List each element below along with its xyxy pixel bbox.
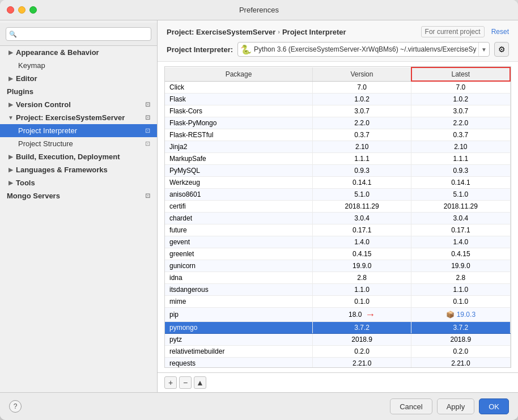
table-row[interactable]: chardet3.0.43.0.4	[165, 213, 510, 224]
sidebar-item-build[interactable]: ▶ Build, Execution, Deployment	[0, 150, 157, 163]
sidebar-item-plugins[interactable]: Plugins	[0, 85, 157, 98]
table-row[interactable]: idna2.82.8	[165, 272, 510, 284]
latest-cell: 2.2.0	[411, 117, 510, 129]
version-cell: 0.9.3	[313, 165, 411, 177]
sidebar-label-mongo: Mongo Servers	[7, 192, 60, 200]
table-row[interactable]: pip18.0→📦19.0.3	[165, 308, 510, 322]
sidebar-item-keymap[interactable]: Keymap	[0, 59, 157, 72]
table-row[interactable]: certifi2018.11.292018.11.29	[165, 201, 510, 213]
breadcrumb-current: Project Interpreter	[282, 28, 346, 36]
package-cell: Flask-PyMongo	[165, 117, 313, 129]
expand-arrow-tools: ▶	[7, 179, 15, 187]
apply-button[interactable]: Apply	[437, 398, 475, 414]
maximize-button[interactable]	[29, 6, 37, 14]
latest-cell: 2.8	[411, 272, 510, 284]
table-row[interactable]: greenlet0.4.150.4.15	[165, 248, 510, 260]
table-row[interactable]: requests2.21.02.21.0	[165, 358, 510, 368]
cancel-button[interactable]: Cancel	[390, 398, 432, 414]
table-row[interactable]: gunicorn19.9.019.9.0	[165, 260, 510, 272]
window-title: Preferences	[239, 6, 279, 14]
version-cell: 0.14.1	[313, 177, 411, 189]
table-row[interactable]: relativetimebuilder0.2.00.2.0	[165, 346, 510, 358]
interpreter-value: Python 3.6 (ExerciseSystemServer-XrWqBMs…	[254, 45, 478, 53]
search-input[interactable]	[6, 27, 151, 41]
sidebar-item-appearance[interactable]: ▶ Appearance & Behavior	[0, 46, 157, 59]
table-row[interactable]: Werkzeug0.14.10.14.1	[165, 177, 510, 189]
table-row[interactable]: Flask-PyMongo2.2.02.2.0	[165, 117, 510, 129]
add-package-button[interactable]: +	[164, 376, 177, 389]
table-row[interactable]: Click7.07.0	[165, 81, 510, 94]
table-row[interactable]: Jinja22.102.10	[165, 141, 510, 153]
version-cell: 18.0→	[313, 308, 411, 322]
table-row[interactable]: MarkupSafe1.1.11.1.1	[165, 153, 510, 165]
table-row[interactable]: mime0.1.00.1.0	[165, 296, 510, 308]
sidebar-label-vc: Version Control	[16, 100, 71, 109]
table-row[interactable]: itsdangerous1.1.01.1.0	[165, 284, 510, 296]
packages-table-container[interactable]: Package Version Latest Click7.07.0Flask1…	[164, 66, 511, 368]
package-cell: greenlet	[165, 248, 313, 260]
sidebar-item-mongo[interactable]: Mongo Servers ⊡	[0, 189, 157, 202]
version-cell: 0.3.7	[313, 129, 411, 141]
packages-table: Package Version Latest Click7.07.0Flask1…	[165, 67, 511, 368]
vc-icon: ⊡	[145, 101, 150, 108]
sidebar-item-tools[interactable]: ▶ Tools	[0, 176, 157, 189]
latest-cell: 1.4.0	[411, 236, 510, 248]
remove-package-button[interactable]: −	[179, 376, 192, 389]
package-cell: itsdangerous	[165, 284, 313, 296]
sidebar-item-project-structure[interactable]: Project Structure ⊡	[0, 137, 157, 150]
sidebar-item-languages[interactable]: ▶ Languages & Frameworks	[0, 163, 157, 176]
gear-button[interactable]: ⚙	[494, 42, 509, 57]
table-row[interactable]: pytz2018.92018.9	[165, 334, 510, 346]
sidebar-item-project-interpreter[interactable]: Project Interpreter ⊡	[0, 124, 157, 137]
version-cell: 19.9.0	[313, 260, 411, 272]
latest-cell: 5.1.0	[411, 189, 510, 201]
package-cell: pytz	[165, 334, 313, 346]
minimize-button[interactable]	[18, 6, 26, 14]
latest-cell: 7.0	[411, 81, 510, 94]
sidebar-item-project[interactable]: ▼ Project: ExerciseSystemServer ⊡	[0, 111, 157, 124]
col-package: Package	[165, 67, 313, 81]
dialog-footer: ? Cancel Apply OK	[0, 392, 518, 420]
package-cell: Flask-RESTful	[165, 129, 313, 141]
table-row[interactable]: PyMySQL0.9.30.9.3	[165, 165, 510, 177]
latest-cell: 3.0.7	[411, 105, 510, 117]
close-button[interactable]	[7, 6, 14, 14]
latest-cell: 2018.11.29	[411, 201, 510, 213]
sidebar-item-version-control[interactable]: ▶ Version Control ⊡	[0, 98, 157, 111]
package-cell: Flask	[165, 94, 313, 105]
package-cell: Click	[165, 81, 313, 94]
package-cell: future	[165, 224, 313, 236]
python-icon: 🐍	[240, 44, 252, 55]
package-cell: Flask-Cors	[165, 105, 313, 117]
col-latest: Latest	[411, 67, 510, 81]
table-row[interactable]: pymongo3.7.23.7.2	[165, 322, 510, 334]
package-cell: MarkupSafe	[165, 153, 313, 165]
table-row[interactable]: Flask-RESTful0.3.70.3.7	[165, 129, 510, 141]
breadcrumb: Project: ExerciseSystemServer › Project …	[167, 28, 346, 36]
help-button[interactable]: ?	[9, 400, 22, 413]
table-header-row: Package Version Latest	[165, 67, 510, 81]
project-icon: ⊡	[145, 114, 150, 121]
table-row[interactable]: aniso86015.1.05.1.0	[165, 189, 510, 201]
sidebar-label-project-structure: Project Structure	[18, 139, 73, 148]
version-cell: 0.17.1	[313, 224, 411, 236]
expand-arrow-languages: ▶	[7, 166, 15, 174]
sidebar-item-editor[interactable]: ▶ Editor	[0, 72, 157, 85]
ok-button[interactable]: OK	[479, 398, 509, 414]
table-row[interactable]: Flask1.0.21.0.2	[165, 94, 510, 105]
expand-arrow-appearance: ▶	[7, 49, 15, 57]
titlebar: Preferences	[0, 0, 518, 20]
breadcrumb-separator: ›	[278, 28, 280, 35]
package-cell: chardet	[165, 213, 313, 224]
table-row[interactable]: future0.17.10.17.1	[165, 224, 510, 236]
interpreter-select[interactable]: 🐍 Python 3.6 (ExerciseSystemServer-XrWqB…	[237, 42, 490, 57]
table-row[interactable]: gevent1.4.01.4.0	[165, 236, 510, 248]
latest-cell: 0.2.0	[411, 346, 510, 358]
package-cell: pymongo	[165, 322, 313, 334]
reset-button[interactable]: Reset	[491, 28, 509, 36]
latest-cell: 0.3.7	[411, 129, 510, 141]
version-cell: 2.21.0	[313, 358, 411, 368]
table-row[interactable]: Flask-Cors3.0.73.0.7	[165, 105, 510, 117]
structure-icon: ⊡	[145, 140, 150, 147]
upgrade-package-button[interactable]: ▲	[194, 376, 206, 389]
